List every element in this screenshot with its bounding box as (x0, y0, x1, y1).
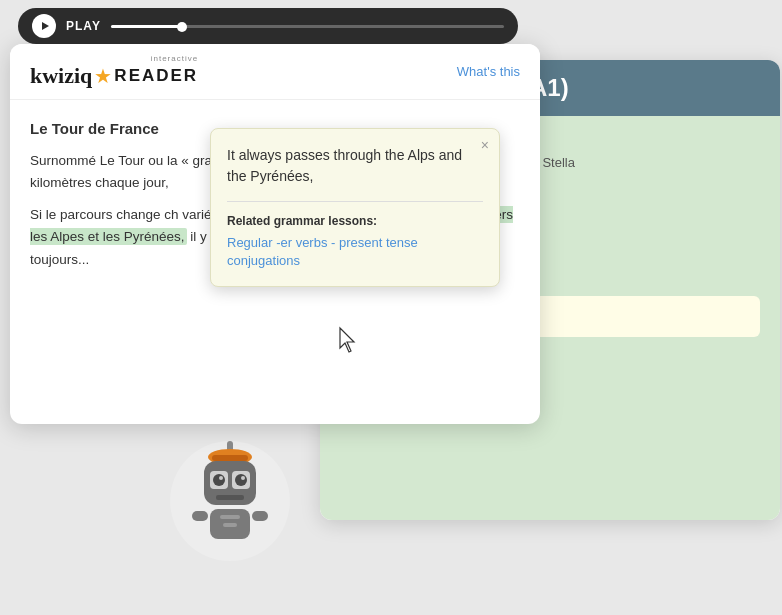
svg-rect-4 (212, 455, 248, 461)
svg-point-9 (235, 474, 247, 486)
reader-logo: interactive kwiziq ★ READER (30, 54, 198, 89)
svg-rect-15 (223, 523, 237, 527)
audio-bar: PLAY (18, 8, 518, 44)
audio-dot (177, 22, 187, 32)
svg-rect-16 (192, 511, 208, 521)
tooltip-grammar-label: Related grammar lessons: (227, 214, 483, 228)
play-button[interactable] (32, 14, 56, 38)
logo-interactive-text: interactive (151, 54, 198, 63)
svg-rect-12 (216, 495, 244, 500)
svg-rect-17 (252, 511, 268, 521)
robot-svg (160, 421, 300, 561)
play-label: PLAY (66, 19, 101, 33)
tooltip-grammar-link[interactable]: Regular -er verbs - present tense conjug… (227, 234, 483, 270)
reader-header: interactive kwiziq ★ READER What's this (10, 44, 540, 100)
audio-progress-fill (111, 25, 182, 28)
tooltip-popup: × It always passes through the Alps and … (210, 128, 500, 287)
svg-point-8 (213, 474, 225, 486)
tooltip-translation: It always passes through the Alps and th… (227, 145, 483, 187)
robot-mascot (160, 421, 300, 565)
svg-rect-14 (220, 515, 240, 519)
tooltip-divider (227, 201, 483, 202)
audio-progress[interactable] (111, 25, 504, 28)
svg-point-11 (241, 476, 245, 480)
logo-kwiziq: kwiziq (30, 63, 92, 89)
logo-star-icon: ★ (94, 64, 112, 88)
logo-reader: READER (114, 66, 198, 86)
svg-point-10 (219, 476, 223, 480)
tooltip-close-button[interactable]: × (481, 137, 489, 153)
whats-this-link[interactable]: What's this (457, 64, 520, 79)
